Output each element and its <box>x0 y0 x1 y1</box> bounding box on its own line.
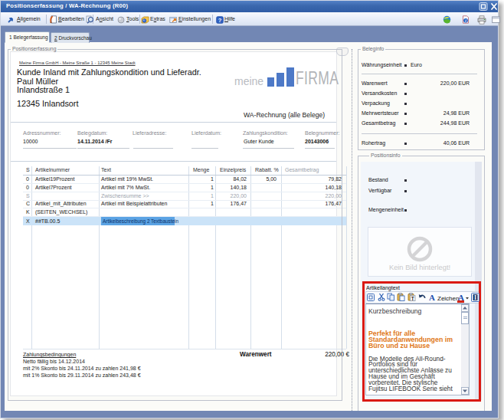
svg-text:T: T <box>411 296 414 301</box>
svg-text:?: ? <box>218 17 222 24</box>
svg-text:I: I <box>474 294 476 301</box>
